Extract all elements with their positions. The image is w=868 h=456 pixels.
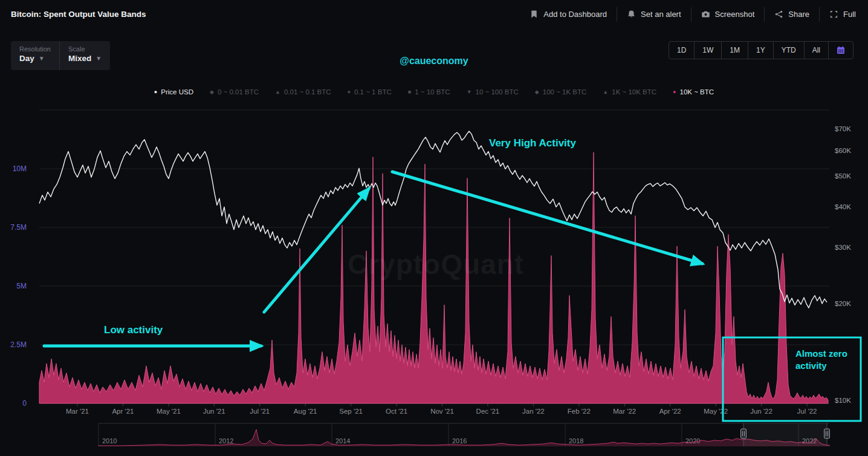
expand-icon xyxy=(829,10,838,19)
series-legend: ●Price USD◆0 ~ 0.01 BTC▲0.01 ~ 0.1 BTC●0… xyxy=(0,88,868,96)
legend-item[interactable]: ●10K ~ BTC xyxy=(673,88,714,96)
chevron-down-icon: ▼ xyxy=(39,55,45,62)
share-icon xyxy=(774,10,783,19)
legend-label: Price USD xyxy=(161,88,193,96)
circle-marker-icon: ● xyxy=(154,89,157,95)
range-1w[interactable]: 1W xyxy=(694,42,721,59)
right-axis-tick: $10K xyxy=(835,397,851,404)
triangle-up-marker-icon: ▲ xyxy=(275,89,280,95)
legend-item[interactable]: ■1 ~ 10 BTC xyxy=(408,88,450,96)
legend-item[interactable]: ▲1K ~ 10K BTC xyxy=(603,88,656,96)
action-set-an-alert[interactable]: Set an alert xyxy=(617,7,691,22)
chevron-down-icon: ▼ xyxy=(96,55,102,62)
x-tick-label: Mar '22 xyxy=(613,408,636,415)
x-tick-label: Jul '22 xyxy=(797,408,817,415)
resolution-value: Day xyxy=(19,54,34,63)
right-axis-tick: $70K xyxy=(835,125,851,132)
navigator-handle[interactable] xyxy=(741,429,747,438)
x-tick-label: Nov '21 xyxy=(430,408,454,415)
annotation-low-activity: Low activity xyxy=(104,324,163,336)
navigator-handle[interactable] xyxy=(824,429,830,438)
legend-label: 0.1 ~ 1 BTC xyxy=(354,88,392,96)
navigator-year-label: 2018 xyxy=(569,437,583,445)
triangle-up-marker-icon: ▲ xyxy=(603,89,608,95)
navigator-year-label: 2010 xyxy=(102,437,117,445)
legend-item[interactable]: ●Price USD xyxy=(154,88,193,96)
cryptoquant-watermark: CryptoQuant xyxy=(348,248,524,281)
navigator-year-label: 2014 xyxy=(335,437,350,445)
x-tick-label: May '21 xyxy=(157,408,181,415)
header-actions: Add to DashboardSet an alertScreenshotSh… xyxy=(520,0,866,28)
page-title: Bitcoin: Spent Output Value Bands xyxy=(0,10,146,19)
circle-marker-icon: ● xyxy=(348,89,351,95)
right-axis-tick: $40K xyxy=(835,203,851,210)
legend-item[interactable]: ▲0.01 ~ 0.1 BTC xyxy=(275,88,331,96)
legend-item[interactable]: ●0.1 ~ 1 BTC xyxy=(348,88,392,96)
resolution-label: Resolution xyxy=(19,45,51,53)
x-tick-label: Apr '21 xyxy=(112,408,134,415)
price-usd-line xyxy=(39,131,827,308)
square-marker-icon: ■ xyxy=(408,89,411,95)
legend-item[interactable]: ▼10 ~ 100 BTC xyxy=(467,88,519,96)
left-axis-tick: 10M xyxy=(13,164,27,173)
calendar-icon xyxy=(836,45,846,55)
annotation-very-high-activity: Very High Activity xyxy=(489,137,576,149)
right-axis-tick: $30K xyxy=(835,244,851,251)
x-tick-label: Jan '22 xyxy=(522,408,545,415)
legend-item[interactable]: ◆0 ~ 0.01 BTC xyxy=(210,88,259,96)
annotation-almost-zero-activity: Almost zero activity xyxy=(795,348,862,371)
left-axis-tick: 7.5M xyxy=(10,223,27,232)
x-tick-label: Jul '21 xyxy=(250,408,270,415)
x-tick-label: Oct '21 xyxy=(386,408,407,415)
resolution-dropdown[interactable]: Resolution Day▼ xyxy=(11,41,59,70)
time-range-selector: 1D1W1M1YYTDAll xyxy=(669,41,853,59)
range-1m[interactable]: 1M xyxy=(721,42,748,59)
legend-label: 0 ~ 0.01 BTC xyxy=(218,88,259,96)
top-bar: Bitcoin: Spent Output Value Bands Add to… xyxy=(0,0,868,28)
action-add-to-dashboard[interactable]: Add to Dashboard xyxy=(520,7,617,22)
resolution-scale-box: Resolution Day▼ Scale Mixed▼ xyxy=(11,41,110,70)
bookmark-icon xyxy=(530,10,539,19)
navigator-selected-range[interactable] xyxy=(743,423,827,446)
action-full[interactable]: Full xyxy=(819,7,866,22)
diamond-marker-icon: ◆ xyxy=(535,89,539,95)
triangle-down-marker-icon: ▼ xyxy=(467,89,472,95)
legend-label: 0.01 ~ 0.1 BTC xyxy=(284,88,331,96)
x-tick-label: May '22 xyxy=(704,408,728,415)
x-tick-label: Jun '21 xyxy=(203,408,225,415)
legend-label: 10K ~ BTC xyxy=(680,88,714,96)
x-tick-label: Feb '22 xyxy=(568,408,591,415)
range-1d[interactable]: 1D xyxy=(669,42,694,59)
range-1y[interactable]: 1Y xyxy=(748,42,773,59)
action-screenshot[interactable]: Screenshot xyxy=(691,7,765,22)
author-handle: @caueconomy xyxy=(400,56,468,67)
range-all[interactable]: All xyxy=(804,42,828,59)
action-share[interactable]: Share xyxy=(764,7,819,22)
left-axis-tick: 5M xyxy=(16,282,27,290)
x-tick-label: Jun '22 xyxy=(750,408,772,415)
range-buttons: 1D1W1M1YYTDAll xyxy=(669,42,828,59)
range-ytd[interactable]: YTD xyxy=(773,42,804,59)
right-axis-tick: $50K xyxy=(835,172,851,180)
scale-value: Mixed xyxy=(68,54,91,63)
legend-label: 100 ~ 1K BTC xyxy=(543,88,587,96)
legend-label: 1 ~ 10 BTC xyxy=(415,88,450,96)
scale-label: Scale xyxy=(68,45,102,53)
circle-marker-icon: ● xyxy=(673,89,676,95)
right-axis-tick: $60K xyxy=(835,147,851,154)
left-axis-tick: 2.5M xyxy=(10,340,27,349)
x-tick-label: Aug '21 xyxy=(294,408,317,415)
navigator-year-label: 2016 xyxy=(452,437,467,445)
x-tick-label: Sep '21 xyxy=(339,408,363,415)
legend-label: 10 ~ 100 BTC xyxy=(476,88,519,96)
calendar-button[interactable] xyxy=(828,42,853,59)
legend-item[interactable]: ◆100 ~ 1K BTC xyxy=(535,88,586,96)
spent-output-value-chart: 02.5M5M7.5M10M$70K$60K$50K$40K$30K$20K$1… xyxy=(0,0,868,456)
left-axis-tick: 0 xyxy=(22,399,27,408)
legend-label: 1K ~ 10K BTC xyxy=(612,88,656,96)
scale-dropdown[interactable]: Scale Mixed▼ xyxy=(59,41,110,70)
camera-icon xyxy=(701,10,710,19)
right-axis-tick: $20K xyxy=(835,300,851,307)
bell-icon xyxy=(627,10,636,19)
x-tick-label: Dec '21 xyxy=(476,408,500,415)
